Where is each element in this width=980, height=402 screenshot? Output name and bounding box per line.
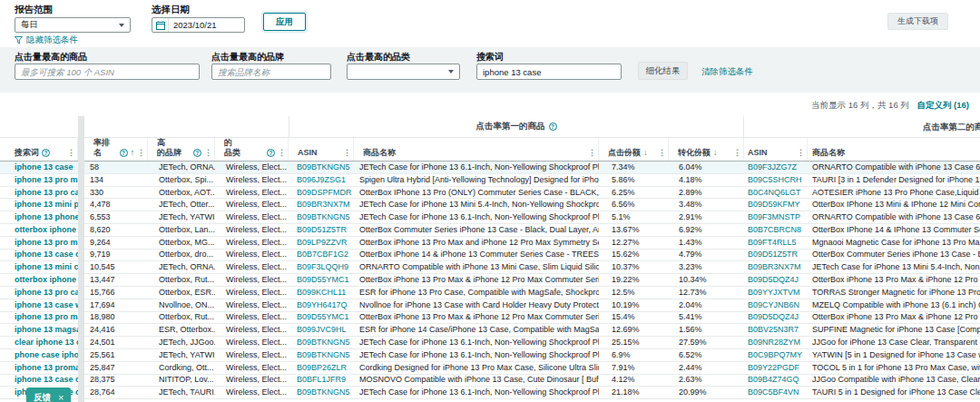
sort-icon[interactable]: ↓ [713, 148, 718, 157]
column-header-product-name-2[interactable]: 商品名称 [808, 138, 980, 161]
clear-filters-link[interactable]: 清除筛选条件 [701, 66, 753, 78]
column-menu-icon[interactable]: ⋮ [67, 148, 75, 157]
top-category-filter-select[interactable] [347, 64, 460, 80]
search-term-link[interactable]: otterbox iphone 13 case [0, 224, 78, 236]
column-header-search-term[interactable]: 搜索词 ? ⋮ [0, 138, 78, 161]
column-header-top-brand[interactable]: 点击量最高 的品牌 ? ⋮ [148, 138, 215, 161]
column-menu-icon[interactable]: ⋮ [658, 148, 666, 157]
search-term-link[interactable]: iphone 13 phone case [0, 211, 78, 223]
close-icon[interactable]: × [58, 392, 64, 402]
asin-link-1[interactable]: B09LP9ZZVR [289, 237, 354, 249]
asin-link-1[interactable]: B09D55YMC1 [289, 274, 354, 286]
asin-link-2[interactable]: B0BV25N3R7 [744, 324, 808, 336]
asin-link-1[interactable]: B09BTKNGN5 [289, 349, 354, 361]
asin-link-2[interactable]: B09D5DQZ4J [744, 274, 808, 286]
search-term-link[interactable]: iphone 13 pro case mags [0, 287, 78, 299]
asin-link-1[interactable]: B09BTKNGN5 [289, 162, 354, 173]
asin-link-2[interactable]: B09FT4RLL5 [744, 237, 808, 249]
date-picker[interactable]: 2023/10/21 [152, 17, 245, 33]
asin-link-1[interactable]: B09YH6417Q [289, 299, 354, 311]
help-icon[interactable]: ? [549, 123, 557, 131]
column-menu-icon[interactable]: ⋮ [278, 148, 286, 157]
asin-link-1[interactable]: B0BFL1JFR9 [289, 374, 354, 386]
help-icon[interactable]: ? [267, 149, 275, 157]
help-icon[interactable]: ? [42, 149, 50, 157]
column-menu-icon[interactable]: ⋮ [733, 148, 741, 157]
customize-columns-link[interactable]: 自定义列 (16) [916, 100, 969, 110]
asin-link-2[interactable]: B09NR28ZYM [744, 337, 808, 348]
column-header-asin-1[interactable]: ASIN ⋮ [289, 138, 354, 161]
column-header-product-name-1[interactable]: 商品名称 ⋮ [354, 138, 599, 161]
apply-button[interactable]: 应用 [263, 13, 306, 31]
search-term-link[interactable]: iphone 13 pro max cases [0, 311, 78, 323]
asin-link-1[interactable]: B09BTKNGN5 [289, 387, 354, 398]
asin-link-2[interactable]: B09Y22PGDF [744, 362, 808, 374]
asin-link-1[interactable]: B099JVC9HL [289, 324, 354, 336]
column-header-click-share[interactable]: 点击份额 ↓ ⋮ [599, 138, 669, 161]
search-term-link[interactable]: iphone 13 case with card [0, 299, 78, 311]
asin-link-1[interactable]: B09BTKNGN5 [289, 337, 354, 348]
asin-link-2[interactable]: B0C9BPQ7MY [744, 349, 808, 361]
column-header-conversion-share[interactable]: 转化份额 ↓ ⋮ [669, 138, 744, 161]
search-term-link[interactable]: iphone 13 pro max case [0, 237, 78, 249]
column-menu-icon[interactable]: ⋮ [137, 148, 145, 157]
asin-link-1[interactable]: B09D55YMC1 [289, 311, 354, 323]
top-brand-filter-input[interactable] [211, 64, 331, 80]
sort-icon[interactable]: ↓ [643, 148, 648, 157]
refine-results-button[interactable]: 细化结果 [638, 62, 688, 80]
search-term-link[interactable]: iphone 13 magsafe case [0, 324, 78, 336]
top-product-filter-input[interactable] [15, 64, 200, 80]
asin-link-1[interactable]: B09F3LQQH9 [289, 261, 354, 273]
date-value[interactable]: 2023/10/21 [169, 20, 217, 30]
column-menu-icon[interactable]: ⋮ [588, 148, 596, 157]
sort-ascending-icon[interactable]: ↑ [131, 148, 135, 157]
asin-link-1[interactable]: B09BTKNGN5 [289, 211, 354, 223]
asin-link-2[interactable]: B09C5SHCRH [744, 174, 808, 186]
asin-link-1[interactable]: B09DSPFMDR [289, 187, 354, 199]
column-menu-icon[interactable]: ⋮ [797, 148, 805, 157]
asin-link-2[interactable]: B09D59KFMY [744, 199, 808, 211]
asin-link-1[interactable]: B096J9ZSG1 [289, 174, 354, 186]
asin-link-2[interactable]: B09D51Z5TR [744, 249, 808, 260]
asin-link-1[interactable]: B099KCHL11 [289, 287, 354, 299]
column-header-asin-2[interactable]: ASIN ⋮ [744, 138, 808, 161]
search-term-link[interactable]: iphone 13 promax case [0, 362, 78, 374]
column-header-search-frequency-rank[interactable]: 搜索频 率排名 ? ↑ ⋮ [84, 138, 148, 161]
asin-link-2[interactable]: B09B4Z74GQ [744, 374, 808, 386]
search-term-link[interactable]: clear iphone 13 case [0, 337, 78, 348]
search-term-link[interactable]: iphone 13 case otterbox [0, 249, 78, 260]
search-term-link[interactable]: iphone 13 case [0, 162, 78, 173]
search-term-link[interactable]: iphone 13 pro case [0, 187, 78, 199]
asin-link-1[interactable]: B09D51Z5TR [289, 224, 354, 236]
asin-link-2[interactable]: B0C4NQ6LGT [744, 187, 808, 199]
asin-link-2[interactable]: B09YYJXTVM [744, 287, 808, 299]
asin-link-2[interactable]: B09F3MNSTP [744, 211, 808, 223]
asin-link-1[interactable]: B09BR3NX7M [289, 199, 354, 211]
search-term-link[interactable]: iphone 13 pro max case [0, 174, 78, 186]
feedback-button[interactable]: 反馈 × [26, 387, 71, 402]
generate-download-button[interactable]: 生成下载项 [887, 13, 948, 30]
asin-link-2[interactable]: B09CYJNB6N [744, 299, 808, 311]
search-term-link[interactable]: otterbox iphone 13 pro [0, 274, 78, 286]
column-menu-icon[interactable]: ⋮ [204, 148, 212, 157]
calendar-icon[interactable] [152, 18, 169, 32]
search-term-link[interactable]: iphone 13 mini case [0, 261, 78, 273]
search-term-link[interactable]: iphone 13 case cute [0, 374, 78, 386]
search-term-link[interactable]: iphone 13 mini phone case [0, 199, 78, 211]
hide-filters-toggle[interactable]: 隐藏筛选条件 [15, 34, 78, 46]
search-term-link[interactable]: phone case iphone 13 [0, 349, 78, 361]
asin-link-2[interactable]: B09C5BF4VN [744, 387, 808, 398]
asin-link-1[interactable]: B09BP26ZLR [289, 362, 354, 374]
search-term-filter-input[interactable] [476, 64, 622, 80]
column-menu-icon[interactable]: ⋮ [343, 148, 351, 157]
top-category-cell: Wireless, Elect... [215, 362, 289, 374]
asin-link-2[interactable]: B09F3JZG7Z [744, 162, 808, 173]
help-icon[interactable]: ? [120, 149, 128, 157]
asin-link-2[interactable]: B09D5DQZ4J [744, 311, 808, 323]
asin-link-2[interactable]: B0B7CBRCN8 [744, 224, 808, 236]
help-icon[interactable]: ? [193, 149, 201, 157]
asin-link-1[interactable]: B0B7CBF1G2 [289, 249, 354, 260]
report-range-select[interactable]: 每日 [15, 17, 131, 33]
column-header-top-category[interactable]: 点击最高的 品类 ? ⋮ [215, 138, 289, 161]
asin-link-2[interactable]: B09BR3NX7M [744, 261, 808, 273]
